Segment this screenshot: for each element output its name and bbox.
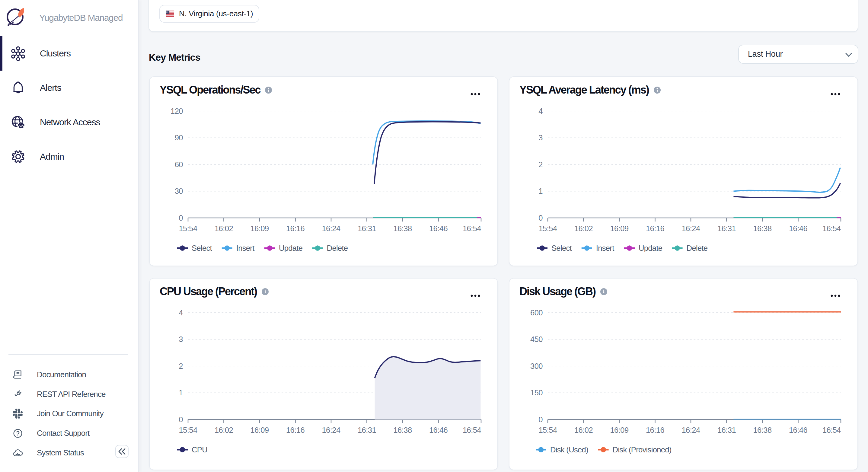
svg-text:2: 2 (179, 362, 183, 370)
svg-text:2: 2 (538, 160, 542, 169)
svg-text:1: 1 (538, 187, 542, 195)
svg-text:16:24: 16:24 (681, 224, 700, 233)
svg-text:16:38: 16:38 (393, 224, 412, 233)
svg-text:3: 3 (538, 133, 542, 142)
svg-text:16:16: 16:16 (646, 224, 664, 233)
svg-text:600: 600 (530, 308, 542, 317)
svg-text:CPU: CPU (192, 445, 207, 454)
svg-text:16:38: 16:38 (753, 426, 771, 434)
svg-text:16:09: 16:09 (250, 426, 269, 434)
svg-text:150: 150 (530, 388, 542, 397)
svg-text:16:09: 16:09 (610, 426, 628, 434)
svg-text:Disk (Provisioned): Disk (Provisioned) (613, 445, 672, 454)
svg-text:16:46: 16:46 (429, 224, 447, 233)
svg-text:16:31: 16:31 (358, 224, 376, 233)
svg-text:Insert: Insert (236, 244, 254, 252)
svg-text:Select: Select (192, 244, 212, 252)
svg-text:15:54: 15:54 (538, 426, 557, 434)
svg-text:16:54: 16:54 (463, 224, 481, 233)
svg-text:Update: Update (279, 244, 303, 252)
svg-text:15:54: 15:54 (538, 224, 557, 233)
svg-text:16:24: 16:24 (322, 224, 340, 233)
svg-text:16:31: 16:31 (717, 224, 736, 233)
svg-text:3: 3 (179, 335, 183, 343)
svg-text:16:02: 16:02 (215, 224, 233, 233)
svg-text:1: 1 (179, 388, 183, 397)
svg-text:16:09: 16:09 (250, 224, 269, 233)
svg-text:15:54: 15:54 (179, 224, 197, 233)
svg-text:16:54: 16:54 (463, 426, 481, 434)
svg-text:16:16: 16:16 (646, 426, 664, 434)
svg-text:16:24: 16:24 (322, 426, 340, 434)
svg-text:90: 90 (175, 133, 183, 142)
svg-text:0: 0 (538, 214, 542, 222)
svg-text:16:54: 16:54 (823, 224, 841, 233)
svg-text:16:24: 16:24 (681, 426, 700, 434)
svg-text:Delete: Delete (687, 244, 708, 252)
svg-text:Select: Select (551, 244, 572, 252)
svg-text:16:46: 16:46 (789, 224, 807, 233)
svg-text:300: 300 (530, 362, 542, 370)
svg-text:120: 120 (170, 107, 183, 115)
svg-text:16:46: 16:46 (429, 426, 447, 434)
svg-text:0: 0 (179, 415, 183, 424)
svg-text:16:02: 16:02 (574, 426, 593, 434)
svg-text:16:16: 16:16 (286, 224, 305, 233)
svg-text:Disk (Used): Disk (Used) (550, 445, 588, 454)
svg-text:16:46: 16:46 (789, 426, 807, 434)
svg-text:Insert: Insert (596, 244, 614, 252)
svg-text:16:02: 16:02 (574, 224, 593, 233)
svg-text:16:54: 16:54 (823, 426, 841, 434)
svg-text:Delete: Delete (327, 244, 348, 252)
svg-text:4: 4 (179, 308, 183, 317)
svg-text:30: 30 (175, 187, 183, 195)
svg-text:0: 0 (179, 214, 183, 222)
svg-text:16:38: 16:38 (393, 426, 412, 434)
svg-text:16:16: 16:16 (286, 426, 305, 434)
svg-text:15:54: 15:54 (179, 426, 197, 434)
svg-text:16:31: 16:31 (358, 426, 376, 434)
svg-text:Update: Update (639, 244, 662, 252)
svg-text:60: 60 (175, 160, 183, 169)
svg-text:0: 0 (538, 415, 542, 424)
svg-text:16:38: 16:38 (753, 224, 771, 233)
svg-text:16:09: 16:09 (610, 224, 628, 233)
svg-text:4: 4 (538, 107, 542, 115)
svg-text:450: 450 (530, 335, 542, 343)
svg-text:16:31: 16:31 (717, 426, 736, 434)
svg-text:16:02: 16:02 (215, 426, 233, 434)
